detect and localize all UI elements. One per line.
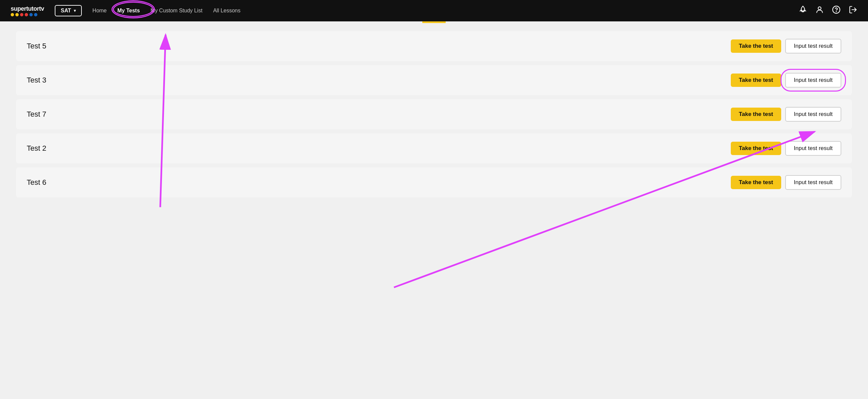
- logo-dot-5: [29, 13, 33, 17]
- test-actions: Take the test Input test result: [731, 73, 841, 88]
- input-result-button[interactable]: Input test result: [785, 107, 841, 122]
- sat-label: SAT: [61, 8, 71, 14]
- help-icon[interactable]: [832, 5, 841, 16]
- take-test-button[interactable]: Take the test: [731, 142, 781, 155]
- logout-icon[interactable]: [849, 5, 857, 16]
- take-test-button[interactable]: Take the test: [731, 176, 781, 189]
- test-actions: Take the test Input test result: [731, 39, 841, 54]
- input-result-button[interactable]: Input test result: [785, 175, 841, 190]
- take-test-button[interactable]: Take the test: [731, 39, 781, 53]
- input-result-button[interactable]: Input test result: [785, 141, 841, 156]
- test-name: Test 2: [27, 144, 731, 153]
- header-icons: [799, 5, 857, 16]
- input-result-button[interactable]: Input test result: [785, 73, 841, 88]
- test-name: Test 3: [27, 76, 731, 85]
- test-list: Test 5 Take the test Input test result T…: [16, 23, 852, 198]
- test-actions: Take the test Input test result: [731, 107, 841, 122]
- test-row: Test 3 Take the test Input test result: [16, 65, 852, 95]
- account-icon[interactable]: [815, 5, 824, 16]
- rocket-icon[interactable]: [799, 5, 807, 16]
- test-name: Test 6: [27, 178, 731, 187]
- nav-home[interactable]: Home: [92, 8, 107, 14]
- test-row: Test 2 Take the test Input test result: [16, 133, 852, 163]
- nav-my-tests[interactable]: My Tests: [118, 8, 140, 13]
- logo-dot-6: [34, 13, 37, 17]
- logo-dot-2: [16, 13, 19, 17]
- svg-point-1: [818, 7, 821, 10]
- test-row: Test 6 Take the test Input test result: [16, 167, 852, 198]
- logo-dot-1: [11, 13, 14, 17]
- nav-custom-study[interactable]: My Custom Study List: [151, 8, 203, 14]
- logo-dot-3: [20, 13, 23, 17]
- test-actions: Take the test Input test result: [731, 141, 841, 156]
- main-content: Test 5 Take the test Input test result T…: [0, 21, 868, 213]
- test-actions: Take the test Input test result: [731, 175, 841, 190]
- logo: supertutortv: [11, 5, 44, 17]
- take-test-button[interactable]: Take the test: [731, 108, 781, 121]
- sat-selector-button[interactable]: SAT ▾: [55, 5, 82, 17]
- logo-text: supertutortv: [11, 5, 44, 12]
- logo-dot-4: [25, 13, 28, 17]
- test-row: Test 7 Take the test Input test result: [16, 99, 852, 129]
- input-result-circled-wrapper: Input test result: [785, 73, 841, 88]
- nav-my-tests-wrapper: My Tests: [118, 8, 140, 14]
- chevron-down-icon: ▾: [74, 8, 76, 13]
- nav-all-lessons[interactable]: All Lessons: [213, 8, 240, 14]
- test-name: Test 5: [27, 42, 731, 51]
- logo-dots: [11, 13, 44, 17]
- take-test-button[interactable]: Take the test: [731, 74, 781, 87]
- test-name: Test 7: [27, 110, 731, 119]
- svg-point-3: [836, 11, 836, 12]
- nav-links: Home My Tests My Custom Study List All L…: [92, 8, 788, 14]
- header: supertutortv SAT ▾ Home My Tests My Cust…: [0, 0, 868, 21]
- test-row: Test 5 Take the test Input test result: [16, 31, 852, 61]
- input-result-button[interactable]: Input test result: [785, 39, 841, 54]
- tab-indicator: [422, 21, 446, 23]
